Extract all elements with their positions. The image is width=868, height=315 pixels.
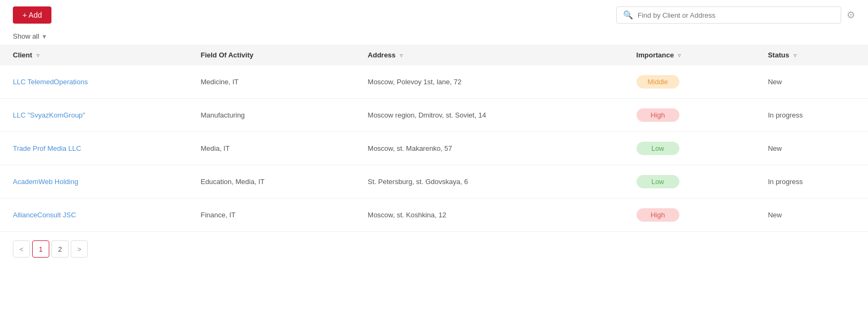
cell-status-4: New [755,199,868,232]
add-button[interactable]: + Add [13,6,51,24]
cell-importance-4: High [624,199,755,232]
cell-field-2: Media, IT [188,132,355,165]
column-field: Field Of Activity [188,45,355,65]
cell-status-0: New [755,65,868,99]
importance-badge-3: Low [637,175,679,188]
page-2-button[interactable]: 2 [51,240,69,258]
prev-page-button[interactable]: < [13,240,30,258]
filter-icon-client[interactable]: ▿ [36,52,40,58]
filter-icon-status[interactable]: ▿ [794,52,797,58]
column-importance: Importance ▿ [624,45,755,65]
client-link-0[interactable]: LLC TelemedOperations [13,78,88,86]
filter-icon-importance[interactable]: ▿ [678,52,681,58]
cell-field-1: Manufacturing [188,99,355,132]
search-icon: 🔍 [623,10,633,20]
clients-table: Client ▿ Field Of Activity Address ▿ Imp… [0,45,868,232]
show-all-button[interactable]: Show all ▼ [13,32,47,40]
cell-field-0: Medicine, IT [188,65,355,99]
table-header-row: Client ▿ Field Of Activity Address ▿ Imp… [0,45,868,65]
cell-client-2: Trade Prof Media LLC [0,132,188,165]
table-row: LLC "SvyazKomGroup" Manufacturing Moscow… [0,99,868,132]
cell-importance-3: Low [624,165,755,199]
client-link-3[interactable]: AcademWeb Holding [13,178,78,186]
client-link-1[interactable]: LLC "SvyazKomGroup" [13,111,85,119]
cell-address-2: Moscow, st. Makarenko, 57 [355,132,623,165]
cell-importance-0: Middle [624,65,755,99]
search-input[interactable] [638,11,834,19]
client-link-2[interactable]: Trade Prof Media LLC [13,144,81,152]
cell-address-4: Moscow, st. Koshkina, 12 [355,199,623,232]
importance-badge-2: Low [637,142,679,155]
cell-status-2: New [755,132,868,165]
pagination: < 1 2 > [0,232,868,266]
cell-importance-2: Low [624,132,755,165]
cell-client-4: AllianceConsult JSC [0,199,188,232]
importance-badge-1: High [637,108,679,122]
column-address: Address ▿ [355,45,623,65]
importance-badge-0: Middle [637,75,679,89]
table-row: LLC TelemedOperations Medicine, IT Mosco… [0,65,868,99]
cell-importance-1: High [624,99,755,132]
cell-client-3: AcademWeb Holding [0,165,188,199]
cell-client-0: LLC TelemedOperations [0,65,188,99]
cell-address-0: Moscow, Polevoy 1st, lane, 72 [355,65,623,99]
cell-address-1: Moscow region, Dmitrov, st. Soviet, 14 [355,99,623,132]
cell-field-4: Finance, IT [188,199,355,232]
cell-field-3: Education, Media, IT [188,165,355,199]
table-row: Trade Prof Media LLC Media, IT Moscow, s… [0,132,868,165]
table-row: AllianceConsult JSC Finance, IT Moscow, … [0,199,868,232]
search-box[interactable]: 🔍 [616,6,841,24]
cell-status-1: In progress [755,99,868,132]
cell-status-3: In progress [755,165,868,199]
next-page-button[interactable]: > [71,240,88,258]
column-status: Status ▿ [755,45,868,65]
client-link-4[interactable]: AllianceConsult JSC [13,211,76,219]
chevron-down-icon: ▼ [41,33,47,40]
cell-address-3: St. Petersburg, st. Gdovskaya, 6 [355,165,623,199]
page-1-button[interactable]: 1 [32,240,49,258]
filter-icon-address[interactable]: ▿ [400,52,403,58]
column-client: Client ▿ [0,45,188,65]
filter-bar: Show all ▼ [0,30,868,45]
top-bar: + Add 🔍 ⚙ [0,0,868,30]
show-all-label: Show all [13,32,39,40]
importance-badge-4: High [637,208,679,222]
cell-client-1: LLC "SvyazKomGroup" [0,99,188,132]
gear-icon[interactable]: ⚙ [847,9,855,21]
table-row: AcademWeb Holding Education, Media, IT S… [0,165,868,199]
search-area: 🔍 ⚙ [616,6,855,24]
